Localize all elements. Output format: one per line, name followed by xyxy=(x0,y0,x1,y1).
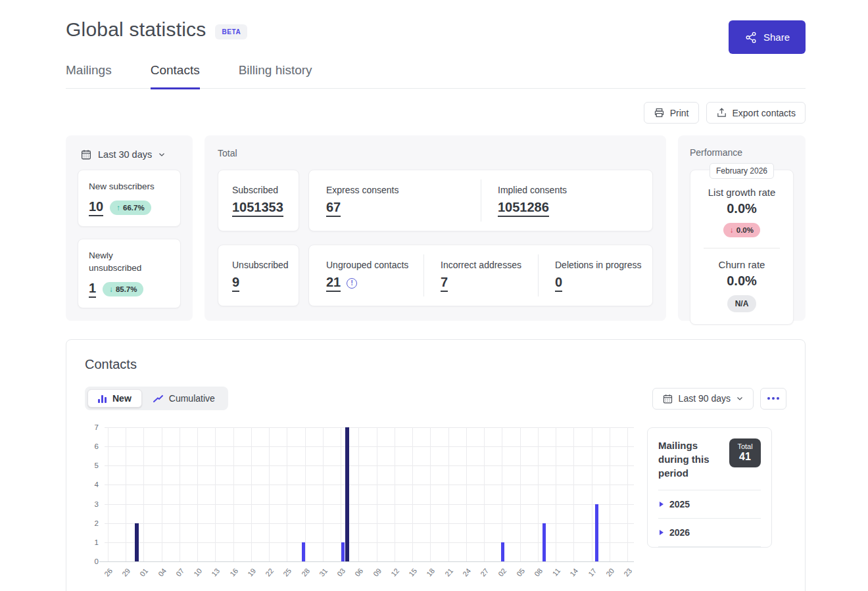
x-tick-label: 05 xyxy=(512,567,526,581)
newly-unsubscribed-card: Newly unsubscribed 1 ↓85.7% xyxy=(78,239,181,308)
share-button[interactable]: Share xyxy=(729,20,806,54)
y-axis-labels: 01234567 xyxy=(85,427,105,561)
x-tick-label: 12 xyxy=(387,567,400,581)
performance-label: Performance xyxy=(690,147,794,158)
triangle-right-icon xyxy=(660,502,663,507)
export-contacts-button[interactable]: Export contacts xyxy=(706,102,806,124)
v-gridline xyxy=(143,427,144,561)
total-panel-label: Total xyxy=(218,148,653,158)
v-gridline xyxy=(197,427,198,561)
print-button[interactable]: Print xyxy=(644,102,699,124)
chart-bar[interactable] xyxy=(302,542,305,561)
incorrect-addresses-value[interactable]: 7 xyxy=(441,275,448,292)
x-tick-label: 22 xyxy=(262,567,276,581)
v-gridline xyxy=(162,427,162,561)
chevron-down-icon xyxy=(736,394,744,402)
period-panel: Last 30 days New subscribers 10 ↑66.7% N… xyxy=(66,135,193,321)
subscribed-value[interactable]: 1051353 xyxy=(232,200,283,217)
tab-mailings[interactable]: Mailings xyxy=(66,63,112,88)
x-tick-label: 17 xyxy=(584,567,598,581)
chevron-down-icon xyxy=(158,151,166,158)
v-gridline xyxy=(448,427,449,561)
ungrouped-contacts: Ungrouped contacts 21 ! xyxy=(309,245,423,306)
info-icon[interactable]: ! xyxy=(347,278,357,289)
v-gridline xyxy=(466,427,467,561)
performance-panel: Performance February 2026 List growth ra… xyxy=(678,135,806,321)
arrow-down-icon: ↓ xyxy=(109,285,113,293)
incorrect-addresses: Incorrect addresses 7 xyxy=(423,245,538,306)
chart-bar[interactable] xyxy=(542,523,546,561)
year-row-2025[interactable]: 2025 xyxy=(658,490,761,519)
page-title: Global statistics xyxy=(66,18,206,41)
x-tick-label: 13 xyxy=(208,567,222,581)
chart-view-toggle: New Cumulative xyxy=(85,387,228,410)
deletions-value[interactable]: 0 xyxy=(555,275,562,292)
calendar-icon xyxy=(662,393,673,404)
tab-contacts[interactable]: Contacts xyxy=(151,63,200,89)
newly-unsubscribed-delta-badge: ↓85.7% xyxy=(103,282,143,296)
view-toggle-cumulative[interactable]: Cumulative xyxy=(142,389,226,408)
performance-month-tag: February 2026 xyxy=(710,163,774,179)
chart-row: 01234567 2629010407101316192225283103060… xyxy=(85,427,786,580)
x-tick-label: 27 xyxy=(476,567,490,581)
chart-bar[interactable] xyxy=(345,427,349,561)
h-gridline xyxy=(105,485,634,485)
beta-badge: BETA xyxy=(215,24,247,39)
y-tick-label: 0 xyxy=(95,557,99,565)
express-consents-value[interactable]: 67 xyxy=(326,200,341,217)
chart-bar[interactable] xyxy=(595,504,598,561)
y-tick-label: 5 xyxy=(95,461,99,469)
v-gridline xyxy=(126,427,126,561)
export-icon xyxy=(716,107,727,118)
v-gridline xyxy=(269,427,270,561)
newly-unsubscribed-value[interactable]: 1 xyxy=(89,281,96,298)
period-dropdown[interactable]: Last 30 days xyxy=(80,149,166,160)
x-tick-label: 28 xyxy=(297,567,311,581)
subscribed-card: Subscribed 1051353 xyxy=(218,170,299,231)
chart-bar[interactable] xyxy=(501,542,504,561)
chart-bar[interactable] xyxy=(135,523,139,561)
chart-more-menu-button[interactable] xyxy=(760,388,786,410)
arrow-up-icon: ↑ xyxy=(116,204,120,212)
bar-chart-icon xyxy=(98,394,107,403)
newly-unsubscribed-label: Newly unsubscribed xyxy=(89,249,148,275)
v-gridline xyxy=(430,427,431,561)
consents-card: Express consents 67 Implied consents 105… xyxy=(308,170,653,231)
triangle-right-icon xyxy=(660,530,663,535)
x-tick-label: 15 xyxy=(405,567,419,581)
y-tick-label: 2 xyxy=(95,519,99,527)
y-tick-label: 7 xyxy=(95,423,99,431)
v-gridline xyxy=(233,427,234,561)
h-gridline xyxy=(105,446,634,447)
line-chart-icon xyxy=(153,394,164,403)
new-subscribers-value[interactable]: 10 xyxy=(89,199,103,216)
chart-period-dropdown[interactable]: Last 90 days xyxy=(652,388,754,410)
view-toggle-new[interactable]: New xyxy=(87,389,142,408)
x-tick-label: 26 xyxy=(100,567,114,581)
h-gridline xyxy=(105,427,634,428)
v-gridline xyxy=(610,427,610,561)
divider xyxy=(704,248,780,248)
x-tick-label: 08 xyxy=(530,567,544,581)
chart-bar[interactable] xyxy=(341,542,345,561)
year-row-2026[interactable]: 2026 xyxy=(658,519,761,547)
h-gridline xyxy=(105,465,634,466)
h-gridline xyxy=(105,523,634,524)
implied-consents-value[interactable]: 1051286 xyxy=(498,200,549,217)
y-tick-label: 1 xyxy=(95,538,99,546)
new-subscribers-card: New subscribers 10 ↑66.7% xyxy=(78,170,181,227)
y-tick-label: 4 xyxy=(95,481,99,488)
ungrouped-contacts-value[interactable]: 21 xyxy=(326,275,341,292)
v-gridline xyxy=(323,427,324,561)
tab-billing-history[interactable]: Billing history xyxy=(239,63,312,88)
mailings-panel-title: Mailings during this period xyxy=(658,438,723,480)
y-tick-label: 3 xyxy=(95,500,99,508)
x-tick-label: 14 xyxy=(566,567,580,581)
v-gridline xyxy=(215,427,216,561)
contact-issues-card: Ungrouped contacts 21 ! Incorrect addres… xyxy=(308,245,653,306)
x-tick-label: 04 xyxy=(154,567,168,581)
page-header: Global statistics BETA Share xyxy=(66,0,806,41)
contacts-section-title: Contacts xyxy=(85,357,786,372)
unsubscribed-value[interactable]: 9 xyxy=(232,275,239,292)
v-gridline xyxy=(573,427,574,561)
